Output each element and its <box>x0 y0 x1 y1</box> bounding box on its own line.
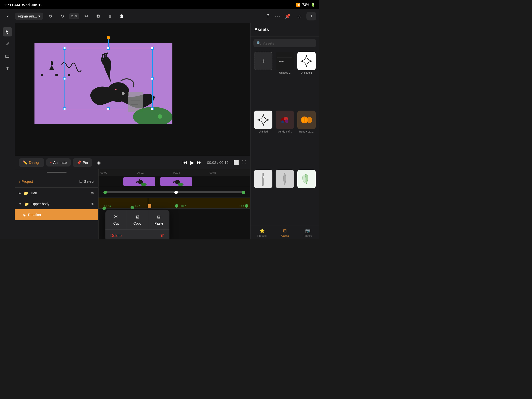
untitled1-label: Untitled 1 <box>301 71 312 74</box>
folder-icon-hair: 📁 <box>23 191 28 196</box>
asset-fork[interactable] <box>253 170 273 224</box>
rotation-handle[interactable] <box>107 36 110 39</box>
asset-leaves[interactable] <box>297 170 316 224</box>
assets-tabs: ⭐ Presets ⊞ Assets 📷 Photos <box>250 226 319 239</box>
cut-menu-item[interactable]: ✂ Cut <box>105 210 127 229</box>
layer-item-rotation[interactable]: ◈ Rotation <box>15 209 98 220</box>
leaves-thumb <box>297 170 316 188</box>
asset-untitled1[interactable]: Untitled 1 <box>297 52 316 109</box>
layer-item-hair[interactable]: ▶ 📁 Hair 👁 <box>15 188 98 199</box>
fast-forward-button[interactable]: ⏭ <box>197 160 202 165</box>
paste-button[interactable]: ⧆ <box>105 11 115 21</box>
untitled2-label: Untitled 2 <box>279 71 290 74</box>
timing-label-3: 1.07 s <box>179 205 186 207</box>
dot-start-upper <box>103 191 107 194</box>
clip-thumb-hair-1 <box>123 177 155 186</box>
clip-thumb-hair-2 <box>160 177 192 186</box>
visibility-icon-upper[interactable]: 👁 <box>91 202 94 206</box>
tab-assets[interactable]: ⊞ Assets <box>273 226 296 239</box>
tab-photos[interactable]: 📷 Photos <box>296 226 319 239</box>
design-label: Design <box>29 160 40 165</box>
redo-button[interactable]: ↻ <box>57 11 67 21</box>
timing-label-2: 1.2 s <box>135 205 140 207</box>
visibility-icon-hair[interactable]: 👁 <box>91 191 94 195</box>
asset-knife[interactable] <box>275 170 295 224</box>
assets-search[interactable]: 🔍 Assets <box>253 39 316 47</box>
more-options-icon[interactable]: ··· <box>275 14 281 19</box>
animate-mode-button[interactable]: ● Animate <box>46 158 71 166</box>
add-button[interactable]: + <box>306 12 316 20</box>
layer-name-rotation: Rotation <box>28 213 94 217</box>
presets-label: Presets <box>257 234 266 237</box>
clip-hair-1[interactable] <box>123 177 155 186</box>
timing-dot-4 <box>245 204 248 208</box>
untitled2-thumb: Linearity <box>276 52 294 70</box>
date: Wed Jun 12 <box>22 3 42 7</box>
timing-dot-playhead <box>148 204 151 208</box>
pen-tool[interactable] <box>3 39 12 49</box>
asset-add[interactable]: + <box>253 52 273 109</box>
berries-thumb <box>276 111 294 129</box>
diamond-button[interactable]: ◇ <box>295 11 304 21</box>
copy-label: Copy <box>133 221 142 225</box>
asset-berries[interactable]: trendy-caf... <box>275 111 295 167</box>
project-title[interactable]: Figma ani... ▾ <box>15 13 43 20</box>
plus-icon: + <box>261 57 265 65</box>
design-mode-button[interactable]: ✏️ Design <box>19 158 44 167</box>
assets-panel: Assets 🔍 Assets + Linearity <box>250 23 319 239</box>
dot-mid-upper <box>174 191 178 194</box>
rectangle-tool[interactable] <box>3 52 12 61</box>
scroll-indicator-container <box>15 169 98 175</box>
design-icon: ✏️ <box>23 160 27 165</box>
tab-presets[interactable]: ⭐ Presets <box>250 226 273 239</box>
canvas-frame[interactable] <box>34 43 172 124</box>
select-tool[interactable] <box>3 27 12 36</box>
pin-icon: 📌 <box>77 160 81 165</box>
layer-item-upper-body[interactable]: ▼ 📁 Upper body 👁 <box>15 199 98 209</box>
back-button[interactable]: ‹ <box>3 11 13 21</box>
delete-button[interactable]: 🗑 <box>117 11 127 21</box>
select-button[interactable]: ☑ Select <box>79 179 94 184</box>
help-button[interactable]: ? <box>263 11 273 21</box>
asset-untitled[interactable]: Untitled <box>253 111 273 167</box>
asset-orange[interactable]: trendy-caf... <box>297 111 316 167</box>
timing-row: 1.17 s 1.2 s 1.07 s 1.3 s <box>99 203 250 208</box>
pin-label: Pin <box>83 160 88 165</box>
folder-icon-upper: 📁 <box>24 202 29 206</box>
cut-icon: ✂ <box>114 214 118 220</box>
pin-tool-button[interactable]: 📌 <box>283 11 293 21</box>
mode-icons: ⬜ ⛶ <box>233 160 246 165</box>
project-button[interactable]: ‹ Project <box>19 179 33 183</box>
delete-menu-item[interactable]: Delete 🗑 <box>105 230 169 239</box>
frame-icon[interactable]: ⬜ <box>233 160 239 165</box>
rewind-button[interactable]: ⏮ <box>183 160 187 165</box>
svg-point-5 <box>68 74 70 76</box>
svg-point-30 <box>281 120 284 123</box>
main-layout: T <box>0 23 319 239</box>
bottom-panel: ✏️ Design ● Animate 📌 Pin ◈ ⏮ ▶ ⏭ <box>15 156 250 239</box>
add-keyframe-button[interactable]: ◈ <box>94 158 104 167</box>
cut-button[interactable]: ✂ <box>81 11 91 21</box>
select-label: Select <box>84 179 94 183</box>
svg-point-29 <box>285 119 288 123</box>
text-tool[interactable]: T <box>3 64 12 73</box>
wifi-icon: 📶 <box>296 3 300 7</box>
pin-mode-button[interactable]: 📌 Pin <box>73 158 92 167</box>
copy-button[interactable]: ⧉ <box>93 11 103 21</box>
animate-label: Animate <box>53 160 67 165</box>
expand-icon[interactable]: ⛶ <box>242 160 246 165</box>
rotation-icon: ◈ <box>23 213 26 217</box>
clip-hair-2[interactable] <box>160 177 192 186</box>
svg-point-20 <box>178 183 183 186</box>
asset-untitled2[interactable]: Linearity Untitled 2 <box>275 52 295 109</box>
presets-icon: ⭐ <box>259 228 265 233</box>
animate-dot-icon: ● <box>50 161 52 164</box>
play-button[interactable]: ▶ <box>190 160 194 166</box>
zoom-level[interactable]: 23% <box>69 13 79 19</box>
copy-menu-item[interactable]: ⧉ Copy <box>127 210 148 229</box>
timeline-area: ‹ Project ☑ Select ▶ 📁 Hair 👁 <box>15 169 250 239</box>
undo-button[interactable]: ↺ <box>45 11 55 21</box>
left-tools: T <box>0 23 15 239</box>
paste-icon: ⧆ <box>157 214 161 220</box>
paste-menu-item[interactable]: ⧆ Paste <box>148 210 169 229</box>
